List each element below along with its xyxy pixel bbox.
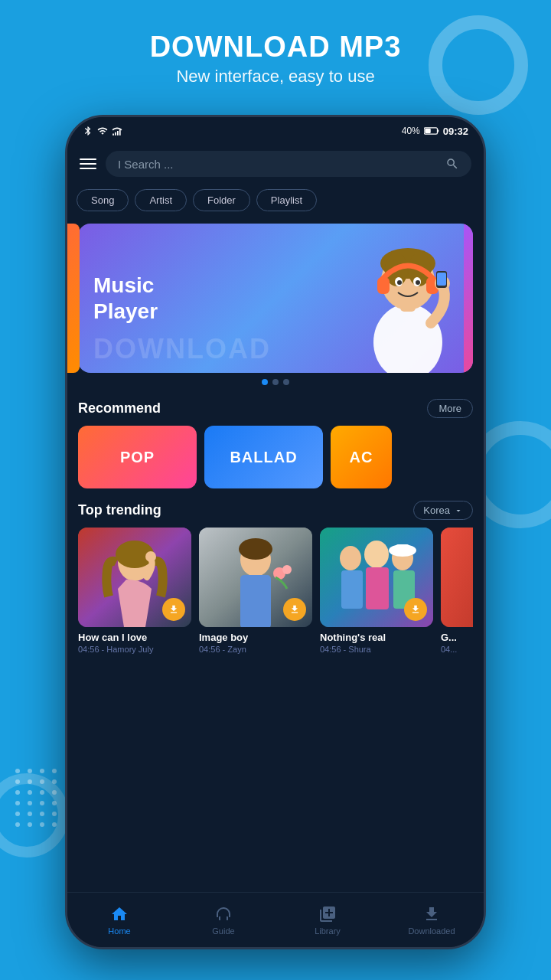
nav-guide[interactable]: Guide	[171, 905, 276, 936]
song-card-0[interactable]: How can I love 04:56 - Hamory July	[78, 528, 191, 654]
tab-artist[interactable]: Artist	[135, 189, 187, 211]
genre-row: POP BALLAD AC	[78, 426, 473, 488]
svg-point-33	[340, 546, 361, 570]
song-meta-0: 04:56 - Hamory July	[78, 645, 191, 654]
recommend-title: Recommend	[78, 400, 161, 416]
svg-point-25	[145, 551, 156, 562]
bottom-nav: Home Guide Library Downloaded	[67, 892, 484, 947]
status-right-icons: 40% 09:32	[402, 126, 468, 137]
svg-rect-34	[341, 570, 363, 609]
downloaded-icon	[422, 905, 441, 923]
svg-rect-1	[115, 132, 116, 136]
song-card-3[interactable]: G... 04...	[441, 528, 473, 654]
header-area: DOWNLOAD MP3 New interface, easy to use	[0, 31, 551, 87]
banner-text-area: Music Player	[78, 257, 173, 339]
nav-guide-label: Guide	[212, 926, 234, 936]
genre-card-ballad[interactable]: BALLAD	[204, 426, 323, 488]
banner-dot-2	[272, 379, 279, 385]
library-icon	[318, 905, 337, 923]
song-row: How can I love 04:56 - Hamory July	[78, 528, 473, 654]
song-thumb-0	[78, 528, 191, 627]
song-title-1: Image boy	[199, 632, 312, 643]
country-selector[interactable]: Korea	[413, 501, 473, 520]
search-placeholder: I Search ...	[118, 158, 439, 171]
banner-slide[interactable]: Music Player DOWNLOAD	[78, 224, 473, 373]
status-time: 09:32	[443, 126, 468, 137]
search-icon	[445, 157, 459, 171]
song-3-art	[441, 528, 473, 627]
svg-rect-36	[366, 567, 389, 609]
home-icon	[110, 905, 129, 923]
banner-main-text: Music Player	[93, 273, 158, 324]
svg-point-30	[282, 565, 292, 574]
tab-song[interactable]: Song	[77, 189, 129, 211]
headphones-nav-icon	[214, 905, 233, 923]
nav-home[interactable]: Home	[67, 905, 171, 936]
svg-rect-6	[437, 129, 439, 132]
tab-bar: Song Artist Folder Playlist	[67, 183, 484, 217]
svg-point-31	[239, 538, 272, 560]
status-bar: 40% 09:32	[67, 117, 484, 145]
download-btn-1[interactable]	[283, 598, 306, 621]
wifi-icon	[97, 126, 108, 136]
recommend-section: Recommend More POP BALLAD AC	[67, 391, 484, 493]
banner-dot-3	[283, 379, 289, 385]
recommend-more-button[interactable]: More	[427, 399, 473, 418]
svg-point-16	[416, 280, 420, 285]
svg-rect-5	[425, 129, 431, 133]
genre-card-ac[interactable]: AC	[331, 426, 392, 488]
trending-header: Top trending Korea	[78, 501, 473, 520]
banner-dot-1	[262, 379, 268, 385]
download-btn-0[interactable]	[162, 598, 185, 621]
svg-rect-0	[112, 134, 114, 136]
genre-card-pop[interactable]: POP	[78, 426, 197, 488]
nav-downloaded-label: Downloaded	[408, 926, 455, 936]
svg-rect-17	[377, 277, 390, 294]
song-card-1[interactable]: Image boy 04:56 - Zayn	[199, 528, 312, 654]
banner-area: Music Player DOWNLOAD	[67, 217, 484, 391]
nav-library[interactable]: Library	[276, 905, 380, 936]
trending-title: Top trending	[78, 502, 161, 518]
download-btn-2[interactable]	[404, 598, 427, 621]
song-title-3: G...	[441, 632, 473, 643]
battery-text: 40%	[402, 126, 420, 136]
banner-person-illustration	[350, 224, 465, 373]
song-thumb-2	[320, 528, 433, 627]
menu-button[interactable]	[80, 158, 96, 169]
search-bar: I Search ...	[67, 145, 484, 183]
chevron-down-icon	[454, 506, 463, 515]
svg-rect-3	[119, 129, 121, 136]
app-subtitle: New interface, easy to use	[0, 67, 551, 87]
app-title: DOWNLOAD MP3	[0, 31, 551, 64]
nav-home-label: Home	[108, 926, 130, 936]
song-meta-1: 04:56 - Zayn	[199, 645, 312, 654]
trending-section: Top trending Korea	[67, 493, 484, 658]
recommend-header: Recommend More	[78, 399, 473, 418]
svg-rect-21	[437, 273, 446, 286]
country-label: Korea	[423, 505, 450, 516]
phone-frame: 40% 09:32 I Search ... Song Artist Folde…	[65, 115, 486, 949]
nav-downloaded[interactable]: Downloaded	[380, 905, 484, 936]
svg-rect-2	[117, 131, 119, 136]
bluetooth-icon	[83, 126, 93, 136]
song-thumb-3	[441, 528, 473, 627]
nav-library-label: Library	[315, 926, 341, 936]
svg-rect-28	[240, 575, 271, 627]
banner-dots	[78, 379, 473, 385]
song-title-0: How can I love	[78, 632, 191, 643]
svg-rect-40	[395, 544, 410, 554]
song-card-2[interactable]: Nothing's real 04:56 - Shura	[320, 528, 433, 654]
dots-pattern	[15, 769, 58, 827]
song-meta-2: 04:56 - Shura	[320, 645, 433, 654]
search-input-wrapper[interactable]: I Search ...	[106, 151, 471, 177]
tab-playlist[interactable]: Playlist	[256, 189, 317, 211]
download-icon-2	[410, 604, 421, 615]
song-title-2: Nothing's real	[320, 632, 433, 643]
status-left-icons	[83, 126, 122, 136]
download-icon-1	[289, 604, 300, 615]
svg-point-15	[397, 280, 402, 285]
tab-folder[interactable]: Folder	[193, 189, 250, 211]
song-meta-3: 04...	[441, 645, 473, 654]
signal-icon	[112, 126, 122, 136]
svg-rect-41	[441, 528, 473, 627]
